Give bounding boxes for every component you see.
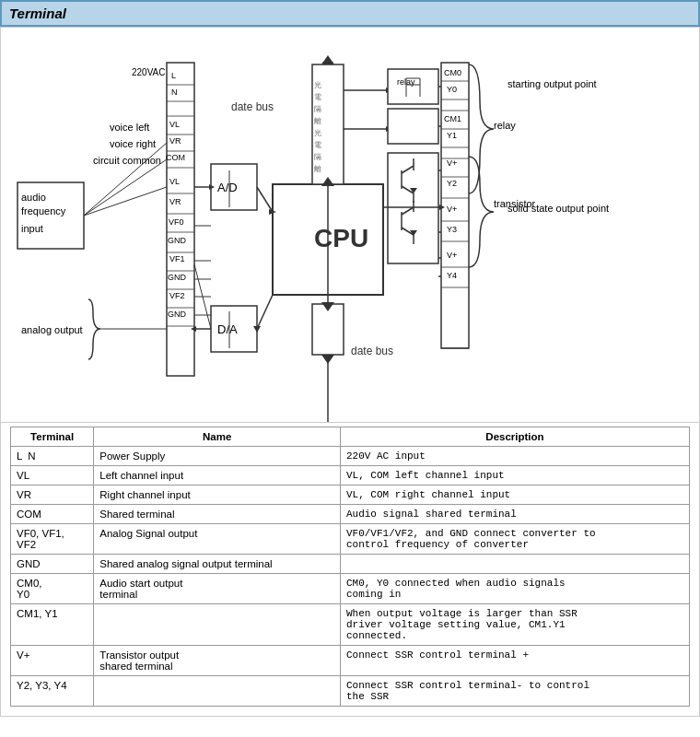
svg-text:GND: GND bbox=[168, 310, 187, 319]
table-cell bbox=[340, 555, 689, 574]
table-cell: VL bbox=[11, 466, 94, 485]
svg-text:circuit common: circuit common bbox=[93, 155, 161, 166]
svg-text:VR: VR bbox=[169, 197, 181, 206]
diagram-area: 220VAC L N VL VR COM VL VR VF0 GND VF1 G… bbox=[0, 27, 700, 423]
svg-rect-135 bbox=[312, 304, 344, 355]
svg-text:Y2: Y2 bbox=[447, 179, 457, 188]
table-cell: VF0/VF1/VF2, and GND connect converter t… bbox=[340, 524, 689, 555]
table-cell bbox=[94, 604, 341, 646]
svg-line-128 bbox=[84, 143, 167, 216]
svg-text:analog output: analog output bbox=[21, 324, 83, 335]
table-row: L NPower Supply220V AC input bbox=[11, 447, 690, 466]
table-cell: CM0, Y0 bbox=[11, 574, 94, 604]
table-cell: Left channel input bbox=[94, 466, 341, 485]
table-cell: Right channel input bbox=[94, 485, 341, 505]
svg-text:input: input bbox=[21, 223, 43, 234]
svg-text:隔: 隔 bbox=[314, 153, 321, 161]
svg-text:V+: V+ bbox=[447, 251, 457, 260]
svg-text:Y4: Y4 bbox=[447, 271, 457, 280]
svg-text:VL: VL bbox=[169, 177, 180, 186]
svg-text:V+: V+ bbox=[447, 205, 457, 214]
svg-text:光: 光 bbox=[314, 81, 321, 89]
svg-text:CM1: CM1 bbox=[444, 114, 461, 123]
table-row: GNDShared analog signal output terminal bbox=[11, 555, 690, 574]
svg-text:transistor: transistor bbox=[494, 198, 536, 209]
svg-text:V+: V+ bbox=[447, 158, 457, 168]
table-cell: Transistor output shared terminal bbox=[94, 646, 341, 676]
svg-rect-90 bbox=[388, 69, 438, 104]
svg-text:220VAC: 220VAC bbox=[132, 67, 166, 77]
table-cell: Audio signal shared terminal bbox=[340, 505, 689, 524]
terminal-table: Terminal Name Description L NPower Suppl… bbox=[10, 427, 690, 707]
svg-text:audio: audio bbox=[21, 192, 46, 203]
table-cell: When output voltage is larger than SSR d… bbox=[340, 604, 689, 646]
table-row: VF0, VF1, VF2Analog Signal outputVF0/VF1… bbox=[11, 524, 690, 555]
svg-text:starting output point: starting output point bbox=[508, 78, 597, 89]
svg-text:date bus: date bus bbox=[351, 345, 393, 357]
table-cell: Connect SSR control terminal + bbox=[340, 646, 689, 676]
header-title: Terminal bbox=[9, 6, 66, 21]
svg-text:VF2: VF2 bbox=[169, 291, 185, 300]
table-row: Y2, Y3, Y4Connect SSR control terminal- … bbox=[11, 676, 690, 707]
table-row: CM0, Y0Audio start output terminalCM0, Y… bbox=[11, 574, 690, 604]
table-cell: CM0, Y0 connected when audio signals com… bbox=[340, 574, 689, 604]
svg-text:隔: 隔 bbox=[314, 105, 321, 113]
col-header-name: Name bbox=[94, 427, 341, 447]
table-cell: Audio start output terminal bbox=[94, 574, 341, 604]
svg-text:frequency: frequency bbox=[21, 205, 66, 216]
svg-text:VL: VL bbox=[169, 120, 180, 129]
svg-text:VR: VR bbox=[169, 136, 181, 146]
svg-text:Y1: Y1 bbox=[447, 131, 457, 140]
table-row: VLLeft channel inputVL, COM left channel… bbox=[11, 466, 690, 485]
svg-text:Y0: Y0 bbox=[447, 85, 457, 94]
table-cell: VL, COM left channel input bbox=[340, 466, 689, 485]
svg-rect-96 bbox=[388, 109, 438, 144]
table-cell: L N bbox=[11, 447, 94, 466]
svg-text:GND: GND bbox=[168, 236, 187, 245]
svg-text:VF0: VF0 bbox=[169, 217, 184, 227]
svg-text:L: L bbox=[171, 71, 176, 80]
svg-text:date bus: date bus bbox=[231, 100, 274, 113]
svg-text:電: 電 bbox=[314, 141, 321, 149]
diagram-svg: 220VAC L N VL VR COM VL VR VF0 GND VF1 G… bbox=[1, 28, 700, 423]
table-row: VRRight channel inputVL, COM right chann… bbox=[11, 485, 690, 505]
svg-text:離: 離 bbox=[314, 117, 321, 125]
svg-text:voice left: voice left bbox=[110, 122, 149, 133]
svg-text:CPU: CPU bbox=[314, 224, 368, 252]
svg-marker-72 bbox=[321, 55, 334, 64]
header: Terminal bbox=[0, 0, 700, 27]
table-cell: 220V AC input bbox=[340, 447, 689, 466]
table-cell: Analog Signal output bbox=[94, 524, 341, 555]
table-row: CM1, Y1When output voltage is larger tha… bbox=[11, 604, 690, 646]
table-cell: Y2, Y3, Y4 bbox=[11, 676, 94, 707]
table-cell: GND bbox=[11, 555, 94, 574]
svg-text:GND: GND bbox=[168, 273, 187, 282]
svg-line-127 bbox=[84, 187, 167, 216]
col-header-description: Description bbox=[340, 427, 689, 447]
table-cell: Shared analog signal output terminal bbox=[94, 555, 341, 574]
table-cell: Connect SSR control terminal- to control… bbox=[340, 676, 689, 707]
table-cell: COM bbox=[11, 505, 94, 524]
svg-text:COM: COM bbox=[166, 153, 185, 162]
table-cell: V+ bbox=[11, 646, 94, 676]
svg-text:Y3: Y3 bbox=[447, 225, 457, 234]
svg-text:光: 光 bbox=[314, 129, 321, 137]
table-cell: VR bbox=[11, 485, 94, 505]
svg-text:N: N bbox=[171, 88, 178, 97]
svg-text:voice right: voice right bbox=[110, 138, 156, 149]
table-cell bbox=[94, 676, 341, 707]
svg-text:離: 離 bbox=[314, 165, 321, 173]
table-row: V+Transistor output shared terminalConne… bbox=[11, 646, 690, 676]
svg-line-65 bbox=[257, 295, 273, 329]
svg-text:D/A: D/A bbox=[217, 322, 238, 336]
table-cell: VF0, VF1, VF2 bbox=[11, 524, 94, 555]
svg-line-63 bbox=[257, 187, 273, 212]
table-cell: Shared terminal bbox=[94, 505, 341, 524]
svg-text:relay: relay bbox=[494, 120, 516, 131]
table-row: COMShared terminalAudio signal shared te… bbox=[11, 505, 690, 524]
svg-text:電: 電 bbox=[314, 93, 321, 101]
table-area: Terminal Name Description L NPower Suppl… bbox=[0, 423, 700, 717]
svg-text:VF1: VF1 bbox=[169, 254, 185, 263]
svg-text:A/D: A/D bbox=[217, 181, 238, 194]
svg-marker-74 bbox=[321, 355, 334, 364]
